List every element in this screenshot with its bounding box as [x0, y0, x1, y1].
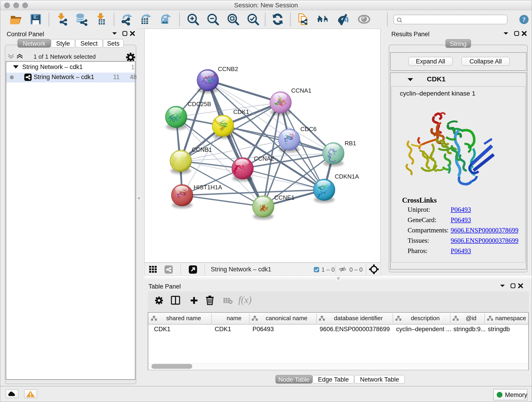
svg-text:CDKN1A: CDKN1A — [335, 173, 359, 180]
svg-text:CDK1: CDK1 — [233, 108, 249, 115]
svg-text:CDC6: CDC6 — [300, 126, 317, 133]
svg-text:CCNA2: CCNA2 — [254, 155, 274, 162]
svg-text:CCNB1: CCNB1 — [192, 146, 212, 153]
svg-text:CCNE1: CCNE1 — [274, 194, 294, 201]
svg-text:CCNB2: CCNB2 — [218, 65, 238, 72]
svg-text:CCNA1: CCNA1 — [291, 87, 311, 94]
svg-text:HIST1H1A: HIST1H1A — [194, 184, 222, 191]
svg-text:RB1: RB1 — [345, 140, 356, 147]
svg-text:?: ? — [522, 16, 526, 23]
svg-text:CDC25B: CDC25B — [188, 101, 211, 108]
